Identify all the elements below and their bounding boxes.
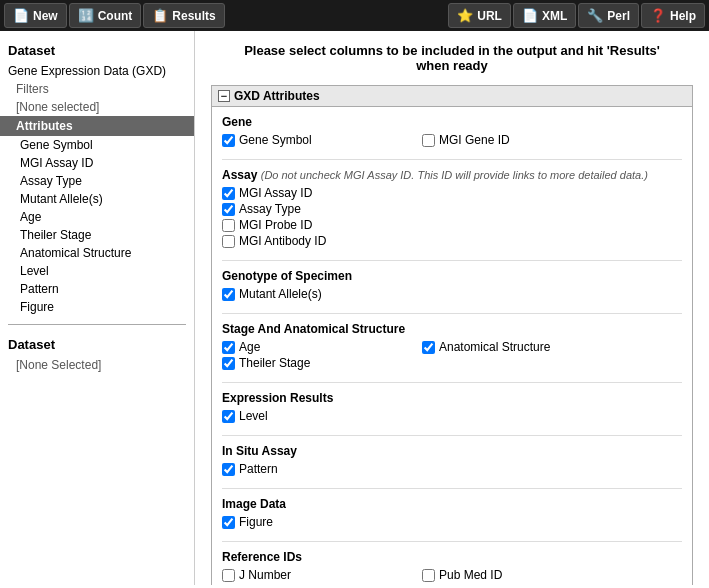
sidebar: Dataset Gene Expression Data (GXD) Filte… [0,31,195,585]
help-button[interactable]: ❓ Help [641,3,705,28]
label-assay-type: Assay Type [239,202,301,216]
attr-item-pub-med-id: Pub Med ID [422,568,602,582]
checkbox-anatomical-structure[interactable] [422,341,435,354]
genotype-group-title: Genotype of Specimen [222,269,682,283]
insitu-group-title: In Situ Assay [222,444,682,458]
new-button[interactable]: 📄 New [4,3,67,28]
attr-item-gene-symbol: Gene Symbol [222,133,402,147]
expression-group-title: Expression Results [222,391,682,405]
sidebar-attributes-header[interactable]: Attributes [0,116,194,136]
sidebar-item-pattern[interactable]: Pattern [0,280,194,298]
results-button[interactable]: 📋 Results [143,3,224,28]
expression-group-items: Level [222,409,682,425]
image-col-0: Figure [222,515,402,531]
perl-icon: 🔧 [587,8,603,23]
checkbox-j-number[interactable] [222,569,235,582]
attr-item-age: Age [222,340,402,354]
sidebar-item-figure[interactable]: Figure [0,298,194,316]
sidebar-filters-label: Filters [0,80,194,98]
checkbox-assay-type[interactable] [222,203,235,216]
checkbox-mgi-gene-id[interactable] [422,134,435,147]
sidebar-item-mutant-alleles[interactable]: Mutant Allele(s) [0,190,194,208]
image-group-title: Image Data [222,497,682,511]
xml-label: XML [542,9,567,23]
checkbox-mgi-assay-id[interactable] [222,187,235,200]
stage-col-0: Age Theiler Stage [222,340,402,372]
sidebar-item-level[interactable]: Level [0,262,194,280]
label-mgi-antibody-id: MGI Antibody ID [239,234,326,248]
divider-2 [222,260,682,261]
gxd-attributes-section: − GXD Attributes Gene Gene Symbol [211,85,693,585]
checkbox-mutant-alleles[interactable] [222,288,235,301]
reference-group: Reference IDs J Number Pub Med ID [222,550,682,584]
attr-item-mgi-antibody-id: MGI Antibody ID [222,234,402,248]
sidebar-item-age[interactable]: Age [0,208,194,226]
attr-item-mgi-probe-id: MGI Probe ID [222,218,402,232]
label-figure: Figure [239,515,273,529]
perl-button[interactable]: 🔧 Perl [578,3,639,28]
checkbox-gene-symbol[interactable] [222,134,235,147]
divider-6 [222,488,682,489]
reference-group-items: J Number Pub Med ID [222,568,682,584]
label-mgi-assay-id: MGI Assay ID [239,186,312,200]
checkbox-pattern[interactable] [222,463,235,476]
count-button[interactable]: 🔢 Count [69,3,142,28]
url-button[interactable]: ⭐ URL [448,3,511,28]
label-mutant-alleles: Mutant Allele(s) [239,287,322,301]
stage-group: Stage And Anatomical Structure Age Theil… [222,322,682,372]
content-header-line2: when ready [211,58,693,73]
attr-item-level: Level [222,409,402,423]
count-label: Count [98,9,133,23]
attr-item-mgi-gene-id: MGI Gene ID [422,133,602,147]
section-content: Gene Gene Symbol MGI Gene ID [212,107,692,585]
sidebar-item-gene-symbol[interactable]: Gene Symbol [0,136,194,154]
sidebar-section2-value: [None Selected] [0,356,194,374]
label-gene-symbol: Gene Symbol [239,133,312,147]
sidebar-item-mgi-assay-id[interactable]: MGI Assay ID [0,154,194,172]
sidebar-item-theiler-stage[interactable]: Theiler Stage [0,226,194,244]
checkbox-mgi-antibody-id[interactable] [222,235,235,248]
gene-col-1: MGI Gene ID [422,133,602,149]
content-header: Please select columns to be included in … [211,43,693,73]
gene-group-title: Gene [222,115,682,129]
checkbox-mgi-probe-id[interactable] [222,219,235,232]
checkbox-figure[interactable] [222,516,235,529]
checkbox-age[interactable] [222,341,235,354]
results-icon: 📋 [152,8,168,23]
url-icon: ⭐ [457,8,473,23]
checkbox-level[interactable] [222,410,235,423]
checkbox-theiler-stage[interactable] [222,357,235,370]
checkbox-pub-med-id[interactable] [422,569,435,582]
insitu-group: In Situ Assay Pattern [222,444,682,478]
sidebar-item-assay-type[interactable]: Assay Type [0,172,194,190]
count-icon: 🔢 [78,8,94,23]
divider-3 [222,313,682,314]
genotype-group: Genotype of Specimen Mutant Allele(s) [222,269,682,303]
image-group: Image Data Figure [222,497,682,531]
collapse-icon[interactable]: − [218,90,230,102]
attr-item-j-number: J Number [222,568,402,582]
label-age: Age [239,340,260,354]
attr-item-mgi-assay-id: MGI Assay ID [222,186,402,200]
assay-group-title: Assay (Do not uncheck MGI Assay ID. This… [222,168,682,182]
divider-4 [222,382,682,383]
help-icon: ❓ [650,8,666,23]
genotype-group-items: Mutant Allele(s) [222,287,682,303]
main-layout: Dataset Gene Expression Data (GXD) Filte… [0,31,709,585]
expression-group: Expression Results Level [222,391,682,425]
sidebar-item-anatomical-structure[interactable]: Anatomical Structure [0,244,194,262]
label-anatomical-structure: Anatomical Structure [439,340,550,354]
reference-group-title: Reference IDs [222,550,682,564]
insitu-col-0: Pattern [222,462,402,478]
sidebar-section2-title: Dataset [0,333,194,356]
url-label: URL [477,9,502,23]
reference-col-0: J Number [222,568,402,584]
new-icon: 📄 [13,8,29,23]
xml-button[interactable]: 📄 XML [513,3,576,28]
content-header-line1: Please select columns to be included in … [211,43,693,58]
results-label: Results [172,9,215,23]
xml-icon: 📄 [522,8,538,23]
divider-5 [222,435,682,436]
label-mgi-probe-id: MGI Probe ID [239,218,312,232]
attr-item-pattern: Pattern [222,462,402,476]
